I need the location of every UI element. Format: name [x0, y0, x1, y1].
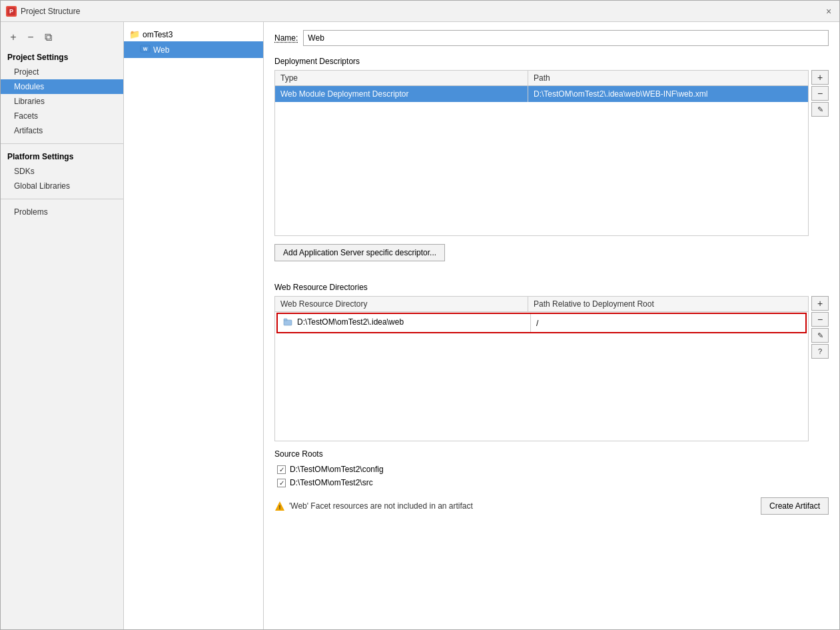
deployment-row-0[interactable]: Web Module Deployment Descriptor D:\Test…	[275, 86, 808, 102]
window-body: + − ⧉ Project Settings Project Modules L…	[1, 22, 839, 629]
source-root-checkbox-0[interactable]: ✓	[277, 465, 286, 474]
deployment-empty-area	[275, 102, 808, 235]
web-relative-path-header: Path Relative to Deployment Root	[528, 297, 808, 311]
source-roots-list: ✓ D:\TestOM\omTest2\config ✓ D:\TestOM\o…	[274, 463, 829, 489]
warning-icon: !	[274, 501, 285, 511]
source-root-1: ✓ D:\TestOM\omTest2\src	[274, 476, 829, 489]
copy-button[interactable]: ⧉	[41, 30, 55, 45]
tree-item-omtest3[interactable]: 📁 omTest3	[124, 27, 263, 41]
col-path-header: Path	[528, 71, 808, 85]
tree-item-web[interactable]: W Web	[124, 41, 263, 58]
deployment-remove-btn[interactable]: −	[811, 86, 829, 101]
name-label: Name:	[274, 33, 298, 43]
svg-text:!: !	[279, 504, 281, 511]
source-root-0: ✓ D:\TestOM\omTest2\config	[274, 463, 829, 476]
app-icon: P	[6, 6, 17, 17]
create-artifact-button[interactable]: Create Artifact	[761, 497, 829, 515]
deployment-type-cell: Web Module Deployment Descriptor	[275, 86, 528, 102]
project-settings-label: Project Settings	[1, 50, 123, 65]
svg-rect-5	[284, 319, 287, 321]
web-resource-add-btn[interactable]: +	[811, 296, 829, 311]
sidebar-item-global-libraries[interactable]: Global Libraries	[1, 179, 123, 193]
highlighted-row-wrapper: D:\TestOM\omTest2\.idea\web /	[276, 313, 807, 333]
web-resource-help-btn[interactable]: ?	[811, 344, 829, 359]
web-resource-title: Web Resource Directories	[274, 283, 829, 292]
svg-text:W: W	[143, 47, 148, 51]
name-row: Name:	[274, 30, 829, 46]
sidebar-toolbar: + − ⧉	[1, 27, 123, 50]
sidebar-item-modules[interactable]: Modules	[1, 79, 123, 94]
titlebar: P Project Structure ×	[1, 1, 839, 22]
source-roots-title: Source Roots	[274, 449, 829, 459]
web-resource-row-0[interactable]: D:\TestOM\omTest2\.idea\web /	[278, 314, 805, 332]
deployment-path-cell: D:\TestOM\omTest2\.idea\web\WEB-INF\web.…	[528, 86, 808, 102]
deployment-table-header: Type Path	[275, 71, 808, 86]
sidebar-item-artifacts[interactable]: Artifacts	[1, 123, 123, 138]
web-icon: W	[140, 43, 151, 56]
web-relative-path-cell: /	[531, 315, 805, 331]
web-dir-header: Web Resource Directory	[275, 297, 528, 311]
col-type-header: Type	[275, 71, 528, 85]
web-resource-empty-area	[275, 334, 808, 441]
name-input[interactable]	[303, 30, 829, 46]
web-resource-table: Web Resource Directory Path Relative to …	[274, 296, 809, 441]
deployment-add-btn[interactable]: +	[811, 70, 829, 85]
project-structure-window: P Project Structure × + − ⧉ Project Sett…	[0, 0, 840, 630]
sidebar-item-project[interactable]: Project	[1, 65, 123, 79]
web-resource-remove-btn[interactable]: −	[811, 312, 829, 327]
sidebar: + − ⧉ Project Settings Project Modules L…	[1, 22, 124, 629]
main-content: Name: Deployment Descriptors Type Path W…	[264, 22, 839, 629]
warning-text: 'Web' Facet resources are not included i…	[289, 501, 473, 511]
deployment-descriptors-title: Deployment Descriptors	[274, 57, 829, 66]
deployment-side-buttons: + − ✎	[809, 70, 829, 236]
web-resource-edit-btn[interactable]: ✎	[811, 328, 829, 343]
sidebar-item-facets[interactable]: Facets	[1, 109, 123, 123]
sidebar-divider	[1, 143, 123, 144]
add-descriptor-button[interactable]: Add Application Server specific descript…	[274, 244, 445, 261]
warning-row: ! 'Web' Facet resources are not included…	[274, 495, 829, 517]
close-button[interactable]: ×	[823, 6, 834, 17]
module-tree: 📁 omTest3 W Web	[124, 22, 264, 629]
deployment-edit-btn[interactable]: ✎	[811, 102, 829, 117]
sidebar-item-libraries[interactable]: Libraries	[1, 94, 123, 109]
platform-settings-label: Platform Settings	[1, 149, 123, 164]
sidebar-item-problems[interactable]: Problems	[1, 205, 123, 219]
deployment-table: Type Path Web Module Deployment Descript…	[274, 70, 809, 236]
window-title: Project Structure	[21, 7, 823, 16]
remove-button[interactable]: −	[23, 30, 38, 45]
web-resource-side-buttons: + − ✎ ?	[809, 296, 829, 441]
folder-icon: 📁	[129, 29, 140, 39]
svg-text:P: P	[9, 8, 13, 15]
source-root-checkbox-1[interactable]: ✓	[277, 479, 286, 487]
sidebar-item-sdks[interactable]: SDKs	[1, 164, 123, 179]
add-button[interactable]: +	[6, 30, 21, 45]
sidebar-divider-2	[1, 199, 123, 199]
web-resource-table-header: Web Resource Directory Path Relative to …	[275, 297, 808, 312]
web-dir-cell: D:\TestOM\omTest2\.idea\web	[278, 314, 531, 332]
